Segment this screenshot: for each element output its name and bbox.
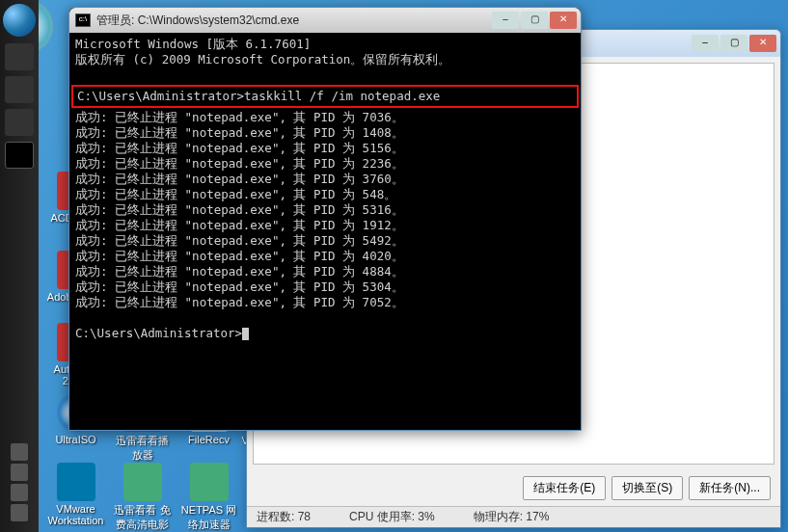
cmd-prompt: C:\Users\Administrator> (75, 326, 242, 340)
cmd-line: 成功: 已终止进程 "notepad.exe", 其 PID 为 3760。 (75, 172, 404, 186)
icon-label: NETPAS 网络加速器 (181, 504, 236, 530)
tray-icon[interactable] (11, 484, 28, 501)
task-manager-buttons: 结束任务(E) 切换至(S) 新任务(N)... (247, 470, 780, 506)
icon-label: UltraISO (55, 434, 95, 445)
task-manager-statusbar: 进程数: 78 CPU 使用率: 3% 物理内存: 17% (247, 506, 780, 527)
cmd-line: 成功: 已终止进程 "notepad.exe", 其 PID 为 7036。 (75, 110, 404, 124)
minimize-button[interactable]: – (692, 35, 719, 52)
icon-label: 迅雷看看播放器 (116, 435, 169, 461)
cmd-header1: Microsoft Windows [版本 6.1.7601] (75, 37, 311, 51)
desktop-icon-movie[interactable]: 迅雷看看 免费高清电影 (111, 463, 174, 532)
switch-to-button[interactable]: 切换至(S) (611, 476, 683, 500)
end-task-button[interactable]: 结束任务(E) (523, 476, 606, 500)
taskbar-item[interactable] (5, 43, 34, 70)
system-tray (0, 440, 39, 532)
icon-label: 迅雷看看 免费高清电影 (114, 504, 170, 530)
status-cpu: CPU 使用率: 3% (349, 509, 435, 525)
cmd-line: 成功: 已终止进程 "notepad.exe", 其 PID 为 5492。 (75, 233, 404, 248)
close-button[interactable]: ✕ (749, 35, 776, 52)
start-orb[interactable] (3, 4, 36, 37)
cmd-line: 成功: 已终止进程 "notepad.exe", 其 PID 为 4884。 (75, 264, 404, 279)
tray-icon[interactable] (11, 443, 28, 461)
maximize-button[interactable]: ▢ (521, 12, 548, 29)
cmd-icon: c:\ (75, 13, 91, 27)
tray-icon[interactable] (11, 504, 28, 521)
cmd-line: 成功: 已终止进程 "notepad.exe", 其 PID 为 7052。 (75, 295, 404, 309)
cmd-line: 成功: 已终止进程 "notepad.exe", 其 PID 为 1408。 (75, 125, 404, 140)
icon-label: VMware Workstation (48, 503, 104, 526)
cmd-header2: 版权所有 (c) 2009 Microsoft Corporation。保留所有… (75, 52, 450, 66)
desktop-icon-netpas[interactable]: NETPAS 网络加速器 (177, 463, 240, 532)
taskbar (0, 0, 39, 532)
cmd-cursor (242, 328, 249, 340)
cmd-titlebar[interactable]: c:\ 管理员: C:\Windows\system32\cmd.exe – ▢… (69, 8, 581, 33)
cmd-body[interactable]: Microsoft Windows [版本 6.1.7601] 版权所有 (c)… (69, 33, 581, 430)
taskbar-item-cmd[interactable] (5, 142, 34, 169)
taskbar-item[interactable] (5, 109, 34, 136)
cmd-line: 成功: 已终止进程 "notepad.exe", 其 PID 为 5304。 (75, 279, 404, 294)
icon-label: FileRecv (188, 434, 230, 445)
cmd-title-text: 管理员: C:\Windows\system32\cmd.exe (96, 13, 299, 29)
desktop-icon-vmware[interactable]: VMware Workstation (44, 463, 107, 526)
cmd-prompt-highlighted: C:\Users\Administrator>taskkill /f /im n… (71, 85, 579, 108)
cmd-window: c:\ 管理员: C:\Windows\system32\cmd.exe – ▢… (68, 7, 582, 431)
cmd-line: 成功: 已终止进程 "notepad.exe", 其 PID 为 5316。 (75, 202, 404, 217)
minimize-button[interactable]: – (492, 12, 519, 29)
status-processes: 进程数: 78 (257, 509, 311, 525)
status-memory: 物理内存: 17% (474, 509, 550, 525)
new-task-button[interactable]: 新任务(N)... (689, 476, 771, 500)
cmd-line: 成功: 已终止进程 "notepad.exe", 其 PID 为 5156。 (75, 141, 404, 155)
close-button[interactable]: ✕ (550, 12, 577, 29)
cmd-line: 成功: 已终止进程 "notepad.exe", 其 PID 为 2236。 (75, 156, 404, 171)
cmd-line: 成功: 已终止进程 "notepad.exe", 其 PID 为 548。 (75, 187, 396, 201)
cmd-line: 成功: 已终止进程 "notepad.exe", 其 PID 为 1912。 (75, 218, 404, 232)
taskbar-item[interactable] (5, 76, 34, 103)
tray-icon[interactable] (11, 464, 28, 481)
maximize-button[interactable]: ▢ (720, 35, 747, 52)
cmd-line: 成功: 已终止进程 "notepad.exe", 其 PID 为 4020。 (75, 249, 404, 263)
